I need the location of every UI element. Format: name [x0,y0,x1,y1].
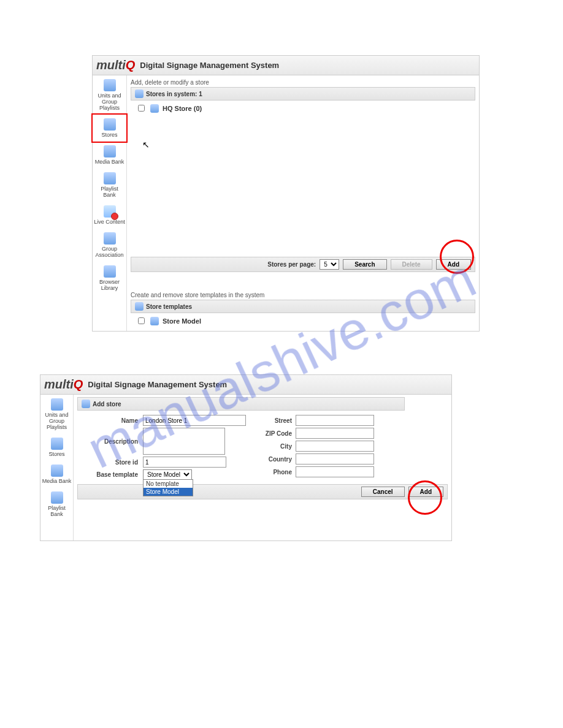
logo: multiQ [96,58,135,72]
store-id-label: Store id [80,459,143,466]
dropdown-option[interactable]: No template [144,480,193,488]
app-header: multiQ Digital Signage Management System [40,375,451,395]
add-button[interactable]: Add [408,487,443,497]
stores-panel-header: Stores in system: 1 [131,87,475,100]
sidebar-item-units[interactable]: Units and Group Playlists [40,395,73,434]
sidebar-item-media-bank[interactable]: Media Bank [40,461,73,488]
sidebar-item-playlist-bank[interactable]: Playlist Bank [40,488,73,521]
description-field[interactable] [143,428,225,455]
add-store-icon [82,400,90,408]
stores-icon [51,438,63,450]
sidebar-item-media-bank[interactable]: Media Bank [93,142,126,169]
delete-button: Delete [391,259,432,270]
per-page-select[interactable]: 5 [320,259,339,270]
form-toolbar: Cancel Add [77,484,448,499]
templates-note: Create and remove store templates in the… [131,290,475,300]
page-title: Digital Signage Management System [140,61,279,70]
city-field[interactable] [296,441,374,452]
sidebar-item-browser-library[interactable]: Browser Library [93,262,126,295]
stores-header-icon [135,89,144,98]
add-store-panel-header: Add store [77,397,405,411]
cancel-button[interactable]: Cancel [361,487,405,497]
template-row[interactable]: Store Model [131,313,475,328]
add-button[interactable]: Add [436,259,471,270]
screenshot-2: multiQ Digital Signage Management System… [40,374,452,541]
store-id-field[interactable] [143,457,226,468]
base-template-select[interactable]: Store Model [143,469,192,480]
sidebar-item-group-association[interactable]: Group Association [93,229,126,262]
phone-field[interactable] [296,466,374,477]
zip-field[interactable] [296,428,374,439]
country-field[interactable] [296,453,374,464]
instruction-text: Add, delete or modify a store [131,78,475,87]
sidebar-item-stores[interactable]: Stores [40,434,73,461]
per-page-label: Stores per page: [267,261,316,268]
sidebar: Units and Group Playlists Stores Media B… [40,395,74,540]
templates-header-icon [135,302,144,311]
media-icon [104,145,116,157]
stores-icon [104,118,116,131]
name-field[interactable] [143,415,246,426]
sidebar-item-playlist-bank[interactable]: Playlist Bank [93,169,126,202]
base-template-label: Base template [80,471,143,478]
store-icon [150,104,159,113]
city-label: City [258,443,296,450]
live-icon [104,205,116,218]
phone-label: Phone [258,469,296,476]
stores-toolbar: Stores per page: 5 Search Delete Add [131,257,475,272]
main-content: Add store Name Description Store id Base… [74,395,451,540]
country-label: Country [258,456,296,463]
group-icon [104,232,116,245]
main-content: Add, delete or modify a store Stores in … [127,75,479,331]
playlist-icon [51,491,63,504]
dropdown-option-selected[interactable]: Store Model [144,488,193,496]
template-dropdown-list: No template Store Model [143,479,193,496]
playlist-icon [104,172,116,184]
media-icon [51,464,63,477]
logo: multiQ [44,377,83,392]
units-icon [51,398,63,411]
screenshot-1: multiQ Digital Signage Management System… [92,55,480,332]
template-icon [150,317,159,325]
description-label: Description [80,438,143,445]
units-icon [104,79,116,91]
templates-panel-header: Store templates [131,300,475,313]
browser-icon [104,265,116,278]
store-name: HQ Store (0) [163,105,202,112]
template-name: Store Model [163,317,201,325]
street-label: Street [258,417,296,424]
cursor-icon: ↖ [142,140,150,150]
sidebar-item-stores[interactable]: Stores [91,113,128,143]
store-row[interactable]: HQ Store (0) [131,100,475,116]
template-checkbox[interactable] [138,317,145,324]
zip-label: ZIP Code [258,430,296,437]
name-label: Name [80,417,143,424]
sidebar-item-live-content[interactable]: Live Content [93,202,126,229]
page-title: Digital Signage Management System [88,380,227,389]
sidebar-item-units[interactable]: Units and Group Playlists [93,75,126,115]
sidebar: Units and Group Playlists Stores Media B… [93,75,127,331]
store-checkbox[interactable] [138,105,145,112]
app-header: multiQ Digital Signage Management System [93,56,479,75]
search-button[interactable]: Search [343,259,386,270]
street-field[interactable] [296,415,374,426]
